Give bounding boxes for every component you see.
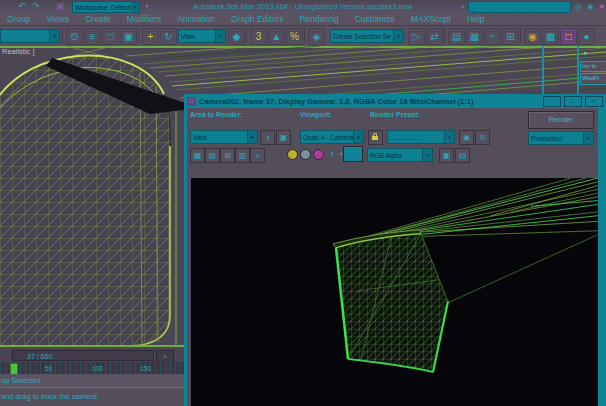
menu-animation[interactable]: Animation — [177, 14, 215, 24]
toolbar-toggle-icon[interactable]: ▤ — [455, 148, 470, 163]
graphite-ribbon-icon[interactable]: ▦ — [466, 28, 483, 45]
edit-region-icon[interactable]: ◑ — [260, 130, 275, 145]
lock-icon — [372, 136, 378, 140]
blue-channel-button[interactable] — [313, 149, 324, 160]
rfw-title-text: Camera002, frame 37, Display Gamma: 1.8,… — [199, 97, 543, 106]
channel-display-value: RGB Alpha — [368, 152, 422, 159]
percent-snap-icon[interactable]: % — [286, 28, 303, 45]
prompt-line: and drag to truck the camera — [0, 389, 185, 406]
material-editor-icon[interactable]: ◉ — [524, 28, 541, 45]
menu-rendering[interactable]: Rendering — [299, 14, 338, 24]
menu-customize[interactable]: Customize — [355, 14, 395, 24]
viewport-label: Viewport: — [300, 111, 332, 118]
viewport-shading-label[interactable]: Realistic ] — [2, 47, 35, 56]
select-and-rotate-icon[interactable]: ↻ — [160, 28, 177, 45]
close-button[interactable]: × — [585, 96, 603, 107]
selection-filter-dropdown[interactable]: ▾ — [0, 29, 60, 43]
app-title-bar: ↶ ↷ ▣ Workspace: Default ▾ ▾ Autodesk 3d… — [0, 0, 606, 14]
select-and-manipulate-icon[interactable]: ◆ — [228, 28, 245, 45]
render-mode-dropdown[interactable]: Production ▾ — [528, 131, 594, 145]
menu-maxscript[interactable]: MAXScript — [411, 14, 451, 24]
channel-display-dropdown[interactable]: RGB Alpha ▾ — [367, 148, 433, 162]
render-preset-label: Render Preset: — [370, 111, 420, 118]
command-panel-button-2[interactable]: WedFi — [580, 73, 606, 85]
chevron-down-icon: ▾ — [393, 30, 403, 42]
area-to-render-label: Area to Render: — [190, 111, 243, 118]
command-panel-button-1[interactable]: Inv lu — [580, 61, 606, 72]
menu-help[interactable]: Help — [467, 14, 484, 24]
viewport-dropdown[interactable]: Quad 4 - Camera0 ▾ — [300, 130, 364, 144]
reference-coordinate-dropdown[interactable]: View ▾ — [178, 29, 226, 43]
rfw-window-icon: □ — [187, 97, 196, 106]
select-and-move-icon[interactable]: + — [142, 28, 159, 45]
search-icon[interactable]: ◎ — [573, 1, 584, 12]
red-channel-button[interactable] — [287, 149, 298, 160]
help-icon[interactable]: ◈ — [585, 1, 596, 12]
green-channel-button[interactable] — [300, 149, 311, 160]
rectangular-selection-region-icon[interactable]: □ — [102, 28, 119, 45]
rendered-wireframe — [191, 178, 598, 406]
auto-region-icon[interactable]: ▣ — [276, 130, 291, 145]
favorites-star-icon[interactable]: ★ — [596, 1, 606, 12]
render-preset-value: ................ — [388, 134, 444, 141]
render-production-icon[interactable]: ● — [578, 28, 595, 45]
curve-editor-icon[interactable]: ~ — [484, 28, 501, 45]
chevron-down-icon: ▾ — [353, 131, 363, 143]
menu-modifiers[interactable]: Modifiers — [127, 14, 161, 24]
frame-indicator[interactable]: 37 / 650 — [12, 350, 154, 361]
render-setup-icon[interactable]: ▩ — [542, 28, 559, 45]
save-image-icon[interactable]: ▦ — [190, 148, 205, 163]
timeline-ruler[interactable]: 50 100 150 200 — [0, 362, 185, 374]
clear-image-icon[interactable]: × — [250, 148, 265, 163]
lock-viewport-button[interactable] — [368, 130, 383, 145]
color-swatch[interactable] — [343, 146, 363, 162]
render-setup-icon[interactable]: ◉ — [459, 130, 474, 145]
rfw-body: Area to Render: Viewport: Render Preset:… — [187, 108, 598, 406]
render-button[interactable]: Render — [528, 111, 594, 129]
rfw-title-bar[interactable]: □ Camera002, frame 37, Display Gamma: 1.… — [184, 94, 606, 108]
snap-toggle-icon[interactable]: 3 — [250, 28, 267, 45]
rendered-frame-window-icon[interactable]: □ — [560, 28, 577, 45]
render-canvas[interactable] — [191, 178, 598, 406]
create-selection-set-dropdown[interactable]: Create Selection Se ▾ — [330, 29, 404, 43]
layer-manager-icon[interactable]: ▤ — [448, 28, 465, 45]
area-to-render-value: View — [191, 134, 247, 141]
clone-window-icon[interactable]: ⊞ — [220, 148, 235, 163]
schematic-view-icon[interactable]: ⊞ — [502, 28, 519, 45]
create-selection-set-value: Create Selection Se — [331, 33, 393, 40]
window-crossing-icon[interactable]: ▣ — [120, 28, 137, 45]
environment-icon[interactable]: ⊙ — [475, 130, 490, 145]
menu-views[interactable]: Views — [47, 14, 70, 24]
menu-create[interactable]: Create — [85, 14, 111, 24]
redo-icon[interactable]: ↷ — [30, 1, 42, 12]
area-to-render-dropdown[interactable]: View ▾ — [190, 130, 258, 144]
wireframe-box — [0, 56, 200, 346]
angle-snap-icon[interactable]: ▲ — [268, 28, 285, 45]
chevron-down-icon: ▾ — [247, 131, 257, 143]
chevron-down-icon: ▾ — [583, 132, 593, 144]
layer-toggle-icon[interactable]: ▣ — [439, 148, 454, 163]
tick-label: 50 — [45, 365, 52, 372]
select-object-icon[interactable]: ⊙ — [66, 28, 83, 45]
chevron-down-icon: ▾ — [49, 30, 59, 42]
tick-label: 100 — [92, 365, 103, 372]
copy-image-icon[interactable]: ▤ — [205, 148, 220, 163]
mirror-icon[interactable]: ▷ — [408, 28, 425, 45]
chevron-down-icon: ▾ — [131, 2, 139, 12]
render-preset-dropdown[interactable]: ................ ▾ — [387, 130, 455, 144]
viewport-value: Quad 4 - Camera0 — [301, 134, 353, 141]
maximize-button[interactable]: □ — [564, 96, 582, 107]
workspace-dropdown[interactable]: Workspace: Default ▾ — [72, 1, 140, 13]
select-by-name-icon[interactable]: ≡ — [84, 28, 101, 45]
undo-icon[interactable]: ↶ — [16, 1, 28, 12]
align-icon[interactable]: ⇄ — [426, 28, 443, 45]
menu-group[interactable]: Group — [7, 14, 31, 24]
minimize-button[interactable]: – — [543, 96, 561, 107]
rendered-frame-window: □ Camera002, frame 37, Display Gamma: 1.… — [184, 94, 606, 406]
edit-named-selections-icon[interactable]: ◈ — [308, 28, 325, 45]
print-image-icon[interactable]: ▥ — [235, 148, 250, 163]
infocenter-search[interactable] — [468, 1, 571, 13]
menu-graph-editors[interactable]: Graph Editors — [231, 14, 283, 24]
command-panel-crop: ● Inv lu WedFi — [579, 48, 606, 92]
reference-coordinate-value: View — [179, 33, 215, 40]
